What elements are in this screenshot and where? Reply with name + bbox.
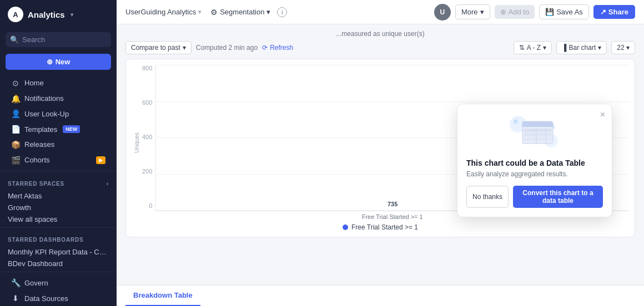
y-value-800: 800	[142, 65, 152, 72]
starred-dashboards-section: STARRED DASHBOARDS	[0, 231, 117, 245]
sidebar-item-label: Data Sources	[24, 294, 68, 303]
search-icon: 🔍	[10, 35, 19, 44]
share-button[interactable]: ↗ Share	[593, 5, 635, 19]
y-value-0: 0	[149, 202, 152, 209]
segmentation-chevron-icon: ▾	[266, 8, 270, 16]
chart-type-button[interactable]: ▐ Bar chart ▾	[556, 41, 607, 54]
sidebar: A Analytics ▾ 🔍 ⊕ New ⊙ Home 🔔 Notificat…	[0, 0, 117, 306]
no-thanks-button[interactable]: No thanks	[466, 186, 509, 208]
view-all-spaces[interactable]: View all spaces	[0, 212, 117, 224]
sidebar-item-label: User Look-Up	[24, 110, 69, 118]
popup-subtitle: Easily analyze aggregated results.	[466, 170, 603, 178]
refresh-button[interactable]: ⟳ Refresh	[262, 44, 293, 52]
new-badge: NEW	[63, 125, 80, 133]
expand-icon[interactable]: ›	[107, 180, 109, 187]
segmentation-icon: ⚙	[210, 8, 218, 17]
sidebar-item-label: Templates	[24, 125, 57, 134]
new-button[interactable]: ⊕ New	[6, 54, 111, 70]
app-chevron-icon: ▾	[71, 12, 73, 18]
segmentation-label: Segmentation	[220, 8, 264, 16]
sort-chevron-icon: ▾	[543, 44, 546, 52]
starred-space-mert[interactable]: Mert Aktas	[0, 189, 117, 201]
chart-wrapper: Uniques 800 600 400 200 0	[125, 59, 635, 237]
computed-text: Computed 2 min ago	[196, 44, 258, 52]
legend-label: Free Trial Started >= 1	[351, 223, 418, 231]
x-axis-label: Free Trial Started >= 1	[362, 213, 423, 220]
sidebar-item-cohorts[interactable]: 🎬 Cohorts ▶	[3, 153, 113, 167]
sidebar-divider	[0, 171, 117, 171]
share-icon: ↗	[600, 8, 606, 16]
releases-icon: 📦	[11, 140, 20, 149]
bar-value-label: 735	[388, 201, 398, 207]
popup-close-button[interactable]: ×	[600, 110, 605, 120]
svg-rect-8	[524, 133, 552, 136]
compare-chevron-icon: ▾	[183, 44, 186, 52]
compare-button[interactable]: Compare to past ▾	[125, 41, 192, 54]
breakdown-tab-bar: Breakdown Table	[117, 285, 644, 306]
info-button[interactable]: i	[277, 7, 287, 17]
sidebar-item-notifications[interactable]: 🔔 Notifications	[3, 91, 113, 106]
app-logo[interactable]: A Analytics ▾	[0, 0, 117, 29]
svg-text:#: #	[514, 117, 518, 126]
breadcrumb-chevron-icon: ▾	[198, 8, 202, 16]
avatar[interactable]: U	[434, 4, 451, 21]
govern-icon: 🔧	[11, 278, 20, 287]
convert-button[interactable]: Convert this chart to a data table	[513, 186, 603, 208]
topbar: UserGuiding Analytics ▾ ⚙ Segmentation ▾…	[117, 0, 644, 24]
sidebar-divider-2	[0, 227, 117, 228]
more-chevron-icon: ▾	[480, 8, 484, 16]
y-axis: 800 600 400 200 0	[142, 65, 155, 220]
chart-controls: Compare to past ▾ Computed 2 min ago ⟳ R…	[125, 41, 635, 54]
logo-icon: A	[8, 7, 23, 22]
y-axis-label: Uniques	[132, 132, 140, 153]
data-sources-icon: ⬇	[11, 294, 20, 303]
breakdown-table-tab[interactable]: Breakdown Table	[125, 285, 200, 306]
bar-chart-icon: ▐	[562, 44, 567, 52]
starred-space-growth[interactable]: Growth	[0, 201, 117, 212]
grid-line	[156, 65, 629, 65]
app-name: Analytics	[28, 10, 65, 19]
search-bar: 🔍	[6, 32, 111, 47]
sidebar-divider-3	[0, 272, 117, 272]
add-to-button[interactable]: ⊕ Add to	[495, 5, 535, 19]
sidebar-item-label: Notifications	[24, 94, 64, 103]
date-button[interactable]: 22 ▾	[611, 41, 635, 54]
svg-rect-7	[524, 129, 552, 132]
starred-dashboard-monthly[interactable]: Monthly KPI Report Data - CEO Te...	[0, 245, 117, 257]
sidebar-item-user-lookup[interactable]: 👤 User Look-Up	[3, 106, 113, 121]
video-badge: ▶	[96, 156, 105, 164]
refresh-icon: ⟳	[262, 44, 268, 52]
breadcrumb-label: UserGuiding Analytics	[125, 8, 196, 16]
legend-dot	[343, 225, 348, 230]
sort-button[interactable]: ⇅ A - Z ▾	[514, 41, 552, 54]
starred-spaces-section: STARRED SPACES ›	[0, 175, 117, 189]
sidebar-item-govern[interactable]: 🔧 Govern	[3, 276, 113, 290]
sidebar-item-home[interactable]: ⊙ Home	[3, 76, 113, 90]
breadcrumb[interactable]: UserGuiding Analytics ▾	[125, 8, 202, 16]
grid-line	[156, 101, 629, 102]
sidebar-item-releases[interactable]: 📦 Releases	[3, 137, 113, 152]
search-input[interactable]	[22, 35, 107, 44]
sidebar-item-label: Cohorts	[24, 156, 50, 164]
chart-type-chevron-icon: ▾	[598, 44, 601, 52]
bell-icon: 🔔	[11, 94, 20, 103]
sidebar-item-templates[interactable]: 📄 Templates NEW	[3, 122, 113, 136]
more-button[interactable]: More ▾	[455, 4, 490, 19]
starred-dashboard-bdev[interactable]: BDev Dashboard	[0, 257, 117, 268]
chart-subtitle: ...measured as unique user(s)	[125, 30, 635, 38]
template-icon: 📄	[11, 125, 20, 134]
save-as-button[interactable]: 💾 Save As	[539, 4, 589, 19]
popup-title: This chart could be a Data Table	[466, 159, 603, 167]
segmentation-nav[interactable]: ⚙ Segmentation ▾	[210, 8, 270, 17]
sort-icon: ⇅	[519, 44, 525, 52]
plus-add-icon: ⊕	[500, 8, 506, 16]
plus-icon: ⊕	[47, 58, 53, 66]
y-value-600: 600	[142, 99, 152, 106]
user-icon: 👤	[11, 109, 20, 118]
chart-legend: Free Trial Started >= 1	[132, 223, 629, 231]
save-icon: 💾	[545, 8, 554, 16]
sidebar-item-data-sources[interactable]: ⬇ Data Sources	[3, 291, 113, 305]
sidebar-item-label: Releases	[24, 140, 54, 149]
svg-rect-6	[522, 125, 553, 127]
y-value-400: 400	[142, 134, 152, 140]
